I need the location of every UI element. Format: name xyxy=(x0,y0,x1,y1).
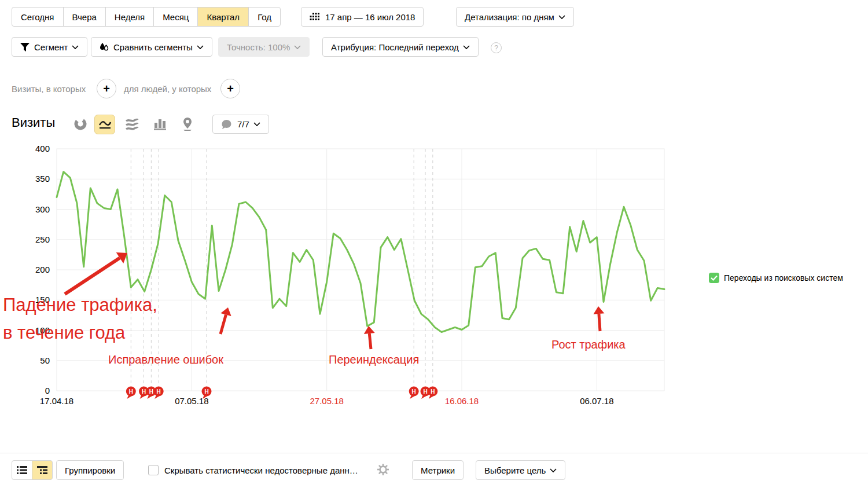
funnel-icon xyxy=(20,43,30,52)
metrics-button[interactable]: Метрики xyxy=(412,460,464,480)
annotation-arrow xyxy=(65,258,120,294)
period-tab-week[interactable]: Неделя xyxy=(105,7,154,27)
tree-view-button[interactable] xyxy=(32,460,53,480)
metrics-label: Метрики xyxy=(421,465,455,475)
annotation-arrowhead xyxy=(220,307,231,316)
chevron-down-icon xyxy=(558,15,565,19)
comment-marker[interactable]: Н xyxy=(139,387,149,399)
map-pin-icon xyxy=(181,117,194,131)
x-tick-label: 07.05.18 xyxy=(175,396,208,406)
attribution-label: Атрибуция: Последний переход xyxy=(331,42,459,52)
accuracy-label: Точность: 100% xyxy=(227,42,290,52)
period-tab-quarter[interactable]: Квартал xyxy=(197,7,249,27)
annotation-arrow xyxy=(220,315,226,334)
pie-chart-icon xyxy=(74,118,87,130)
hide-unreliable-data-label: Скрывать статистически недостоверные дан… xyxy=(164,465,358,475)
plus-icon: + xyxy=(227,82,234,96)
chevron-down-icon xyxy=(463,45,470,49)
hide-unreliable-data-checkbox[interactable] xyxy=(148,465,159,475)
annotation-text: Переиндексация xyxy=(329,351,419,369)
detalization-dropdown[interactable]: Детализация: по дням xyxy=(456,7,574,27)
add-people-condition-button[interactable]: + xyxy=(220,79,240,98)
chart-type-stacked-area-button[interactable] xyxy=(122,115,142,133)
stacked-area-icon xyxy=(125,118,139,130)
drops-icon xyxy=(100,42,109,52)
x-tick-label: 06.07.18 xyxy=(580,396,613,406)
x-tick-label: 16.06.18 xyxy=(445,396,479,406)
period-tab-today[interactable]: Сегодня xyxy=(12,7,64,27)
svg-text:Н: Н xyxy=(412,388,416,395)
segment-dropdown[interactable]: Сегмент xyxy=(12,37,87,57)
period-tab-yesterday[interactable]: Вчера xyxy=(63,7,106,27)
chevron-down-icon xyxy=(253,122,260,126)
chart-title: Визиты xyxy=(12,115,55,130)
settings-gear-icon[interactable] xyxy=(377,463,389,476)
x-tick-label: 27.05.18 xyxy=(310,396,343,406)
svg-text:Н: Н xyxy=(157,388,161,395)
date-range-label: 17 апр — 16 июл 2018 xyxy=(325,12,415,22)
groupings-label: Группировки xyxy=(65,465,115,475)
compare-segments-label: Сравнить сегменты xyxy=(113,42,193,52)
svg-text:Н: Н xyxy=(149,388,153,395)
calendar-grid-icon xyxy=(310,13,319,21)
detalization-label: Детализация: по дням xyxy=(465,12,554,22)
chart-type-map-button[interactable] xyxy=(178,115,197,133)
annotation-arrow xyxy=(599,314,600,331)
y-tick-label: 200 xyxy=(15,265,50,274)
y-tick-label: 400 xyxy=(15,144,50,153)
chevron-down-icon xyxy=(550,468,557,472)
annotation-arrow xyxy=(369,333,371,349)
comment-marker[interactable]: Н xyxy=(409,387,419,399)
chevron-down-icon xyxy=(294,45,301,49)
comment-marker[interactable]: Н xyxy=(146,387,156,399)
yandex-metrica-report-page: Сегодня Вчера Неделя Месяц Квартал Год 1… xyxy=(0,0,868,484)
chart-type-columns-button[interactable] xyxy=(150,115,170,133)
list-view-button[interactable] xyxy=(12,460,32,480)
svg-text:Н: Н xyxy=(431,388,435,395)
compare-segments-dropdown[interactable]: Сравнить сегменты xyxy=(91,37,212,57)
y-tick-label: 300 xyxy=(15,204,50,214)
chevron-down-icon xyxy=(72,45,79,49)
attribution-dropdown[interactable]: Атрибуция: Последний переход xyxy=(322,37,479,57)
comment-marker[interactable]: Н xyxy=(154,387,164,399)
line-chart-icon xyxy=(98,118,112,131)
comments-dropdown[interactable]: 7/7 xyxy=(212,115,269,134)
accuracy-dropdown[interactable]: Точность: 100% xyxy=(218,37,310,57)
annotation-text: Падение трафика, в течение года xyxy=(3,291,157,347)
legend-label: Переходы из поисковых систем xyxy=(724,273,843,283)
legend-checkbox[interactable] xyxy=(709,273,719,283)
period-segmented-control: Сегодня Вчера Неделя Месяц Квартал Год xyxy=(12,7,281,27)
svg-text:Н: Н xyxy=(204,388,208,395)
column-chart-icon xyxy=(153,118,167,130)
date-range-button[interactable]: 17 апр — 16 июл 2018 xyxy=(301,7,424,27)
chart-type-line-button[interactable] xyxy=(94,115,115,134)
choose-goal-label: Выберите цель xyxy=(484,465,546,475)
period-tab-year[interactable]: Год xyxy=(248,7,281,27)
footer-divider xyxy=(0,453,868,453)
groupings-button[interactable]: Группировки xyxy=(56,460,124,480)
period-tab-month[interactable]: Месяц xyxy=(153,7,198,27)
chart-type-pie-button[interactable] xyxy=(71,115,90,133)
y-tick-label: 250 xyxy=(15,234,50,244)
visits-condition-label: Визиты, в которых xyxy=(12,84,86,94)
annotation-text: Рост трафика xyxy=(551,336,626,354)
svg-text:Н: Н xyxy=(142,388,146,395)
speech-bubble-icon xyxy=(221,119,232,130)
x-tick-label: 17.04.18 xyxy=(40,396,73,406)
chevron-down-icon xyxy=(197,45,204,49)
choose-goal-dropdown[interactable]: Выберите цель xyxy=(476,460,565,480)
comment-marker[interactable]: Н xyxy=(126,387,136,399)
comments-counter: 7/7 xyxy=(237,119,249,129)
svg-text:Н: Н xyxy=(423,388,427,395)
comment-marker[interactable]: Н xyxy=(428,387,437,399)
y-tick-label: 0 xyxy=(15,386,50,395)
annotation-arrowhead xyxy=(593,306,604,314)
add-visit-condition-button[interactable]: + xyxy=(97,79,116,98)
plus-icon: + xyxy=(103,82,110,96)
comment-marker[interactable]: Н xyxy=(421,387,431,399)
help-icon[interactable]: ? xyxy=(491,42,502,53)
view-mode-toggle xyxy=(12,460,53,480)
annotation-arrowhead xyxy=(116,252,127,263)
people-condition-label: для людей, у которых xyxy=(124,84,211,94)
svg-text:Н: Н xyxy=(129,388,133,395)
